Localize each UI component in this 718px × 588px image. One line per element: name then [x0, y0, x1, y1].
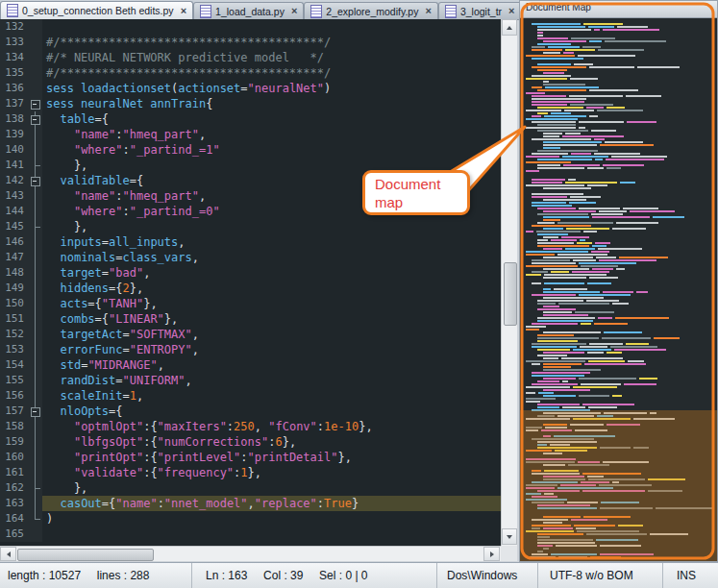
document-map-text-blur [627, 121, 656, 123]
document-map-text-blur [580, 346, 607, 348]
document-map-text-blur [537, 43, 571, 45]
document-map-text-blur [526, 161, 571, 163]
document-map-text-blur [543, 363, 582, 365]
code-editor[interactable]: 132133#/********************************… [0, 19, 501, 546]
document-map-text-blur [526, 78, 567, 80]
fold-collapse-icon[interactable] [31, 407, 40, 417]
document-map-text-blur [537, 222, 555, 224]
document-map-text-blur [537, 167, 584, 169]
code-line[interactable]: 140 "where":"_partind_=1" [0, 142, 501, 158]
code-line[interactable]: 138 table={ [0, 111, 501, 127]
fold-line [35, 511, 36, 519]
code-line[interactable]: 156 scaleInit=1, [0, 388, 501, 404]
document-map-text-blur [526, 254, 555, 256]
document-map-text-blur [591, 213, 623, 215]
code-line[interactable]: 159 "lbfgsOpt":{"numCorrections":6}, [0, 434, 501, 450]
vertical-scroll-thumb[interactable] [504, 262, 517, 326]
document-map-text-blur [526, 170, 539, 172]
document-map-text-blur [582, 404, 634, 405]
tab-close-icon[interactable]: × [508, 6, 514, 16]
code-line[interactable]: 134#/* NEURAL NETWORK predictive model *… [0, 50, 501, 65]
code-line[interactable]: 157 nloOpts={ [0, 404, 501, 419]
document-map-text-blur [543, 236, 558, 238]
code-line[interactable]: 132 [0, 19, 501, 35]
file-tab[interactable]: 1_load_data.py× [193, 2, 304, 19]
document-map-text-blur [532, 271, 548, 273]
code-text: acts={"TANH"}, [42, 296, 501, 311]
fold-collapse-icon[interactable] [31, 177, 40, 186]
line-number: 161 [0, 465, 29, 480]
status-insert-mode: INS [663, 563, 718, 588]
code-line[interactable]: 146 inputs=all_inputs, [0, 234, 501, 250]
horizontal-scrollbar[interactable] [0, 546, 501, 561]
fold-margin[interactable] [29, 404, 42, 419]
line-number: 160 [0, 450, 29, 465]
fold-margin[interactable] [29, 96, 42, 111]
document-map-text-blur [563, 164, 600, 166]
code-line[interactable]: 158 "optmlOpt":{"maxIters":250, "fConv":… [0, 419, 501, 434]
document-map-text-blur [537, 337, 599, 339]
fold-line [35, 488, 40, 489]
scroll-right-button[interactable] [483, 547, 500, 561]
tab-close-icon[interactable]: × [425, 6, 431, 16]
code-line[interactable]: 137sess neuralNet annTrain{ [0, 96, 501, 111]
code-line[interactable]: 149 hiddens={2}, [0, 281, 501, 296]
scroll-left-button[interactable] [0, 547, 16, 561]
code-line[interactable]: 133#/***********************************… [0, 35, 501, 50]
tab-close-icon[interactable]: × [181, 6, 186, 16]
fold-collapse-icon[interactable] [31, 100, 40, 110]
tab-close-icon[interactable]: × [291, 6, 297, 16]
fold-margin [29, 281, 42, 296]
document-map-text-blur [536, 231, 581, 233]
document-map-text-blur [557, 222, 613, 224]
code-line[interactable]: 135#/***********************************… [0, 65, 501, 81]
document-map-text-blur [584, 363, 646, 365]
vertical-scrollbar[interactable] [501, 19, 517, 546]
code-line[interactable]: 139 "name":"hmeq_part", [0, 127, 501, 142]
document-map-text-blur [526, 231, 533, 233]
code-line[interactable]: 145 }, [0, 219, 501, 234]
code-text: scaleInit=1, [42, 388, 501, 404]
scrollbar-corner [501, 546, 517, 561]
right-arrow-icon [490, 551, 494, 557]
code-line[interactable]: 152 targetAct="SOFTMAX", [0, 327, 501, 342]
document-map-text-blur [537, 320, 593, 322]
line-number: 141 [0, 158, 29, 173]
document-map-text-blur [532, 182, 562, 184]
tab-label: 1_load_data.py [215, 6, 285, 17]
code-line[interactable]: 148 target="bad", [0, 265, 501, 281]
code-line[interactable]: 150 acts={"TANH"}, [0, 296, 501, 311]
file-tab[interactable]: 0_setup_connection Beth edits.py× [0, 1, 193, 19]
code-line[interactable]: 162 }, [0, 480, 501, 496]
code-line[interactable]: 147 nominals=class_vars, [0, 250, 501, 265]
horizontal-scroll-thumb[interactable] [17, 549, 154, 561]
fold-line [35, 373, 36, 388]
document-map-viewport[interactable] [520, 410, 717, 561]
scroll-down-button[interactable] [502, 528, 517, 545]
document-map-text-blur [537, 32, 543, 34]
document-map-text-blur [543, 40, 586, 42]
line-number: 159 [0, 434, 29, 450]
document-map-text-blur [545, 86, 599, 88]
code-line[interactable]: 155 randDist="UNIFORM", [0, 373, 501, 388]
fold-margin[interactable] [29, 173, 42, 188]
fold-collapse-icon[interactable] [31, 115, 40, 125]
document-map-text-blur [543, 357, 558, 359]
code-line[interactable]: 151 combs={"LINEAR"}, [0, 311, 501, 327]
document-map-text-blur [579, 121, 624, 123]
fold-margin[interactable] [29, 111, 42, 127]
document-map-text-blur [532, 259, 570, 261]
document-map-text-blur [592, 268, 613, 270]
document-map-body[interactable] [520, 18, 717, 561]
scroll-up-button[interactable] [502, 19, 517, 36]
code-line[interactable]: 136sess loadactionset(actionset="neuralN… [0, 81, 501, 96]
code-line[interactable]: 165 [0, 527, 501, 542]
file-tab[interactable]: 2_explore_modify.py× [304, 2, 438, 19]
code-line[interactable]: 153 errorFunc="ENTROPY", [0, 342, 501, 357]
code-line[interactable]: 164) [0, 511, 501, 527]
code-line[interactable]: 163 casOut={"name":"nnet_model","replace… [0, 496, 501, 511]
code-line[interactable]: 161 "validate":{"frequency":1}, [0, 465, 501, 480]
code-line[interactable]: 154 std="MIDRANGE", [0, 357, 501, 373]
file-tab[interactable]: 3_logit_tr× [438, 2, 519, 19]
code-line[interactable]: 160 "printOpt":{"printLevel":"printDetai… [0, 450, 501, 465]
